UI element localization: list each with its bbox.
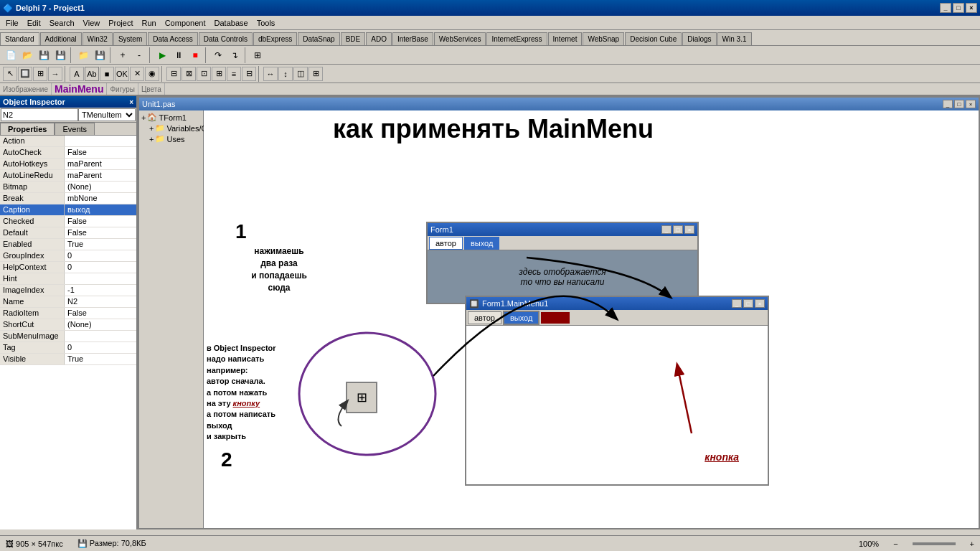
step-over[interactable]: ↷ (210, 47, 226, 63)
prop-row-hint[interactable]: Hint (0, 273, 136, 285)
mainmenu-maximize[interactable]: □ (743, 299, 753, 308)
prop-value-autohotkeys[interactable]: maParent (65, 159, 136, 169)
tab-webservices[interactable]: WebServices (434, 32, 486, 45)
prop-row-shortcut[interactable]: ShortCut(None) (0, 319, 136, 331)
prop-value-autolineredu[interactable]: maParent (65, 170, 136, 181)
status-zoom-in[interactable]: + (970, 540, 974, 548)
oi-type-select[interactable]: TMenuItem (78, 108, 136, 121)
text-tool[interactable]: A (70, 67, 84, 81)
prop-value-shortcut[interactable]: (None) (65, 319, 136, 330)
tab-internetexpress[interactable]: InternetExpress (486, 32, 547, 45)
prop-value-autocheck[interactable]: False (65, 147, 136, 158)
align-center-tool[interactable]: ⊠ (182, 67, 196, 81)
tab-win32[interactable]: Win32 (83, 32, 113, 45)
prop-value-imageindex[interactable]: -1 (65, 285, 136, 296)
prop-row-submenuimage[interactable]: SubMenuImage (0, 331, 136, 342)
oi-name-input[interactable] (1, 108, 78, 121)
prop-row-tag[interactable]: Tag0 (0, 342, 136, 354)
arrow-tool[interactable]: → (48, 67, 62, 81)
oi-close-button[interactable]: × (129, 98, 133, 106)
tab-additional[interactable]: Additional (40, 32, 82, 45)
status-zoom-out[interactable]: − (893, 540, 897, 548)
prop-value-caption[interactable]: выход (65, 204, 136, 215)
prop-row-enabled[interactable]: EnabledTrue (0, 239, 136, 250)
prop-value-enabled[interactable]: True (65, 239, 136, 250)
prop-value-name[interactable]: N2 (65, 296, 136, 307)
add-file[interactable]: + (115, 47, 131, 63)
saveall-button[interactable]: 💾 (52, 47, 68, 63)
form1-minimize[interactable]: _ (661, 225, 672, 234)
radio-tool[interactable]: ◉ (145, 67, 159, 81)
vspace-tool[interactable]: ↕ (278, 67, 293, 81)
tab-decisioncube[interactable]: Decision Cube (625, 32, 682, 45)
prop-value-groupindex[interactable]: 0 (65, 250, 136, 261)
tab-interbase[interactable]: InterBase (392, 32, 433, 45)
prop-row-break[interactable]: BreakmbNone (0, 193, 136, 204)
new-button[interactable]: 📄 (3, 47, 19, 63)
maximize-button[interactable]: □ (953, 3, 964, 13)
prop-row-caption[interactable]: Captionвыход (0, 204, 136, 216)
align-right-tool[interactable]: ⊡ (197, 67, 211, 81)
tab-win31[interactable]: Win 3.1 (717, 32, 752, 45)
tab-dbexpress[interactable]: dbExpress (253, 32, 297, 45)
status-zoom-slider[interactable] (913, 542, 956, 545)
insert2-tool[interactable]: ⊞ (33, 67, 47, 81)
prop-value-bitmap[interactable]: (None) (65, 182, 136, 192)
prop-row-autolineredu[interactable]: AutoLineRedumaParent (0, 170, 136, 182)
size-tool[interactable]: ◫ (293, 67, 308, 81)
field-tool[interactable]: ■ (100, 67, 114, 81)
prop-value-radioitem[interactable]: False (65, 308, 136, 319)
oi-tab-properties[interactable]: Properties (0, 123, 55, 135)
prop-row-default[interactable]: DefaultFalse (0, 227, 136, 239)
ok-tool[interactable]: OK (115, 67, 129, 81)
prop-value-default[interactable]: False (65, 227, 136, 238)
tab-dataaccess[interactable]: Data Access (148, 32, 198, 45)
tab-internet[interactable]: Internet (548, 32, 583, 45)
menu-design-button[interactable]: ⊞ (346, 382, 377, 413)
prop-row-imageindex[interactable]: ImageIndex-1 (0, 285, 136, 296)
prop-row-checked[interactable]: CheckedFalse (0, 216, 136, 227)
menu-view[interactable]: View (79, 17, 105, 29)
open-project[interactable]: 📁 (75, 47, 91, 63)
tree-form1[interactable]: TForm1 (159, 113, 187, 122)
prop-value-helpcontext[interactable]: 0 (65, 262, 136, 273)
save-button[interactable]: 💾 (36, 47, 52, 63)
select-tool[interactable]: ↖ (3, 67, 17, 81)
menu-file[interactable]: File (1, 17, 23, 29)
prop-row-action[interactable]: Action (0, 136, 136, 147)
mainmenu-close[interactable]: × (755, 299, 765, 308)
prop-value-action[interactable] (65, 136, 136, 146)
prop-row-visible[interactable]: VisibleTrue (0, 354, 136, 365)
unit-close[interactable]: × (966, 100, 976, 108)
prop-value-tag[interactable]: 0 (65, 342, 136, 353)
oi-tab-events[interactable]: Events (55, 123, 95, 135)
tab-standard[interactable]: Standard (0, 32, 39, 45)
x-tool[interactable]: ✕ (130, 67, 144, 81)
form1-menu-autor[interactable]: автор (429, 237, 463, 250)
run-button[interactable]: ▶ (154, 47, 170, 63)
form1-maximize[interactable]: □ (673, 225, 683, 234)
tab-system[interactable]: System (113, 32, 147, 45)
trace-into[interactable]: ↴ (227, 47, 242, 63)
grid-tool[interactable]: ⊞ (308, 67, 323, 81)
stop-button[interactable]: ■ (187, 47, 203, 63)
tab-datacontrols[interactable]: Data Controls (199, 32, 253, 45)
menu-database[interactable]: Database (210, 17, 253, 29)
save-project[interactable]: 💾 (92, 47, 108, 63)
prop-row-groupindex[interactable]: GroupIndex0 (0, 250, 136, 262)
unit-minimize[interactable]: _ (943, 100, 953, 108)
close-button[interactable]: × (966, 3, 977, 13)
remove-file[interactable]: - (131, 47, 147, 63)
insert-tool[interactable]: 🔲 (18, 67, 32, 81)
prop-value-submenuimage[interactable] (65, 331, 136, 342)
tab-datasnap[interactable]: DataSnap (298, 32, 339, 45)
prop-row-helpcontext[interactable]: HelpContext0 (0, 262, 136, 273)
mainmenu-autor-item[interactable]: автор (468, 311, 501, 324)
align-left-tool[interactable]: ⊟ (166, 67, 181, 81)
menu-project[interactable]: Project (104, 17, 137, 29)
open-button[interactable]: 📂 (19, 47, 35, 63)
textbox-tool[interactable]: Ab (85, 67, 99, 81)
toggle-form[interactable]: ⊞ (250, 47, 265, 63)
tab-websnap[interactable]: WebSnap (583, 32, 624, 45)
prop-row-autocheck[interactable]: AutoCheckFalse (0, 147, 136, 159)
